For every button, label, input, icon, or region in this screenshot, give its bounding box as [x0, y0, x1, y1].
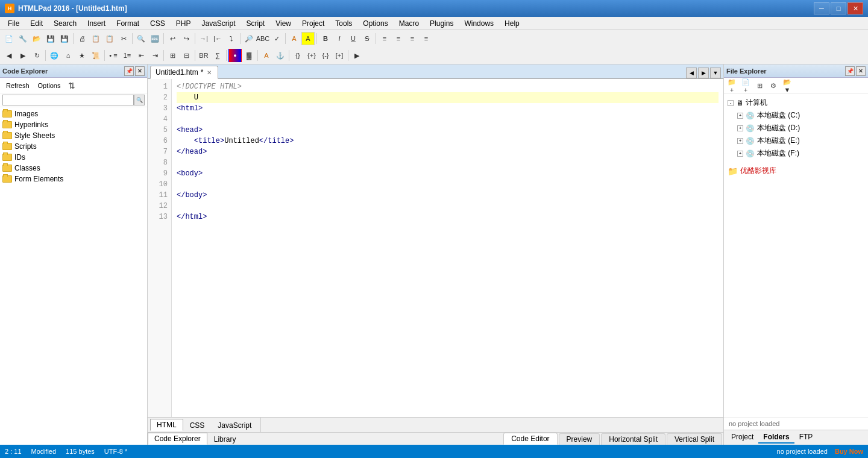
menu-javascript[interactable]: JavaScript — [196, 17, 241, 30]
menu-help[interactable]: Help — [499, 17, 525, 30]
anchor-btn[interactable]: ⚓ — [274, 49, 287, 62]
align-right-btn[interactable]: ≡ — [406, 32, 419, 45]
align-center-btn[interactable]: ≡ — [392, 32, 405, 45]
tree-item-ids[interactable]: IDs — [0, 152, 147, 163]
maximize-button[interactable]: □ — [831, 2, 846, 14]
file-tree-drive-c[interactable]: + 💿 本地磁盘 (C:) — [736, 109, 866, 122]
html-tab[interactable]: HTML — [150, 419, 183, 431]
code-fold2-btn[interactable]: {+} — [305, 49, 318, 62]
file-tree-special[interactable]: 📁 优酷影视库 — [726, 165, 866, 177]
tree-item-classes[interactable]: Classes — [0, 163, 147, 174]
underline-btn[interactable]: U — [347, 32, 360, 45]
drive-c-expand-icon[interactable]: + — [737, 113, 743, 119]
tab-nav-dropdown[interactable]: ▼ — [710, 67, 721, 78]
menu-script[interactable]: Script — [241, 17, 271, 30]
search-button[interactable]: 🔍 — [134, 95, 145, 105]
tag-btn[interactable]: BR — [197, 49, 210, 62]
file-folder-select-btn[interactable]: 📂▼ — [781, 79, 794, 92]
align-left-btn[interactable]: ≡ — [378, 32, 391, 45]
open-btn[interactable]: 📂 — [30, 32, 43, 45]
bold-btn[interactable]: B — [319, 32, 332, 45]
table2-btn[interactable]: ⊟ — [180, 49, 193, 62]
file-pin-button[interactable]: 📌 — [845, 66, 855, 76]
indent-btn[interactable]: →| — [197, 32, 210, 45]
file-tree-drive-f[interactable]: + 💿 本地磁盘 (F:) — [736, 147, 866, 160]
indent2-btn[interactable]: ⇥ — [148, 49, 162, 62]
file-tree-drive-e[interactable]: + 💿 本地磁盘 (E:) — [736, 134, 866, 147]
refresh-button[interactable]: Refresh — [2, 81, 33, 90]
bullets-btn[interactable]: • ≡ — [107, 49, 120, 62]
code-editor[interactable]: 1 2 3 4 5 6 7 8 9 10 11 12 13 <!DOCTYPE … — [148, 79, 723, 417]
pin-button[interactable]: 📌 — [124, 66, 134, 76]
file-panel-close-button[interactable]: ✕ — [856, 66, 866, 76]
save2-btn[interactable]: 💾 — [58, 32, 71, 45]
validate-btn[interactable]: ✓ — [270, 32, 283, 45]
explorer-sort-btn[interactable]: ⇅ — [65, 79, 78, 92]
tab-nav-right[interactable]: ▶ — [698, 67, 709, 78]
tree-item-scripts[interactable]: Scripts — [0, 141, 147, 152]
menu-options[interactable]: Options — [357, 17, 393, 30]
view-tab-code-editor[interactable]: Code Editor — [503, 433, 557, 445]
tree-item-stylesheets[interactable]: Style Sheets — [0, 130, 147, 141]
search-input[interactable] — [2, 95, 134, 105]
drive-d-expand-icon[interactable]: + — [737, 125, 743, 131]
menu-macro[interactable]: Macro — [394, 17, 424, 30]
redo-btn[interactable]: ↪ — [180, 32, 193, 45]
menu-search[interactable]: Search — [48, 17, 82, 30]
drive-f-expand-icon[interactable]: + — [737, 151, 743, 157]
back-btn[interactable]: ◀ — [2, 49, 16, 62]
code-fold-btn[interactable]: {} — [291, 49, 304, 62]
minimize-button[interactable]: ─ — [814, 2, 829, 14]
cut-btn[interactable]: ✂ — [117, 32, 130, 45]
history-btn[interactable]: 📜 — [89, 49, 102, 62]
code-content[interactable]: <!DOCTYPE HTML> U <html> <head> <title>U… — [172, 79, 723, 417]
project-tab[interactable]: Project — [726, 431, 758, 444]
new-btn[interactable]: 📄 — [2, 32, 16, 45]
editor-tab-untitled[interactable]: Untitled1.htm * ✕ — [150, 66, 218, 79]
copy-btn[interactable]: 📋 — [89, 32, 102, 45]
file-new-btn[interactable]: 📄+ — [739, 79, 752, 92]
outdent2-btn[interactable]: ⇤ — [134, 49, 148, 62]
menu-plugins[interactable]: Plugins — [424, 17, 459, 30]
align-justify-btn[interactable]: ≡ — [420, 32, 433, 45]
menu-format[interactable]: Format — [111, 17, 145, 30]
print-btn[interactable]: 🖨 — [75, 32, 89, 45]
view-tab-vertical[interactable]: Vertical Split — [667, 433, 722, 445]
replace-btn[interactable]: 🔤 — [148, 32, 162, 45]
color-btn[interactable]: A — [288, 32, 301, 45]
table-btn[interactable]: ⊞ — [166, 49, 179, 62]
tree-item-images[interactable]: Images — [0, 108, 147, 119]
folders-tab[interactable]: Folders — [758, 431, 794, 444]
css-tab[interactable]: CSS — [183, 419, 212, 431]
spell-btn[interactable]: ABC — [256, 32, 269, 45]
menu-windows[interactable]: Windows — [459, 17, 499, 30]
file-new-folder-btn[interactable]: 📁+ — [725, 79, 738, 92]
view-tab-horizontal[interactable]: Horizontal Split — [601, 433, 665, 445]
menu-insert[interactable]: Insert — [82, 17, 111, 30]
save-btn[interactable]: 💾 — [44, 32, 57, 45]
color2-btn[interactable]: ● — [228, 49, 242, 62]
menu-css[interactable]: CSS — [145, 17, 171, 30]
computer-expand-icon[interactable]: - — [728, 100, 734, 106]
tab-nav-left[interactable]: ◀ — [686, 67, 697, 78]
macro-btn[interactable]: ▶ — [350, 49, 363, 62]
menu-tools[interactable]: Tools — [330, 17, 357, 30]
undo-btn[interactable]: ↩ — [166, 32, 179, 45]
special-btn[interactable]: ∑ — [211, 49, 224, 62]
outdent-btn[interactable]: |← — [211, 32, 224, 45]
link-btn[interactable]: A — [260, 49, 273, 62]
menu-php[interactable]: PHP — [171, 17, 197, 30]
javascript-tab[interactable]: JavaScript — [211, 419, 258, 431]
file-tree-computer[interactable]: - 🖥 计算机 — [726, 96, 866, 109]
code-explorer-bottom-tab[interactable]: Code Explorer — [148, 433, 207, 445]
options-button[interactable]: Options — [34, 81, 64, 90]
browser-btn[interactable]: 🌐 — [48, 49, 61, 62]
paste-btn[interactable]: 📋 — [103, 32, 116, 45]
favorites-btn[interactable]: ★ — [75, 49, 89, 62]
buy-now-button[interactable]: Buy Now — [835, 448, 863, 455]
numbers-btn[interactable]: 1≡ — [121, 49, 134, 62]
home-btn[interactable]: ⌂ — [61, 49, 75, 62]
view-tab-preview[interactable]: Preview — [559, 433, 600, 445]
code-fold3-btn[interactable]: {-} — [319, 49, 332, 62]
tree-item-hyperlinks[interactable]: Hyperlinks — [0, 119, 147, 130]
